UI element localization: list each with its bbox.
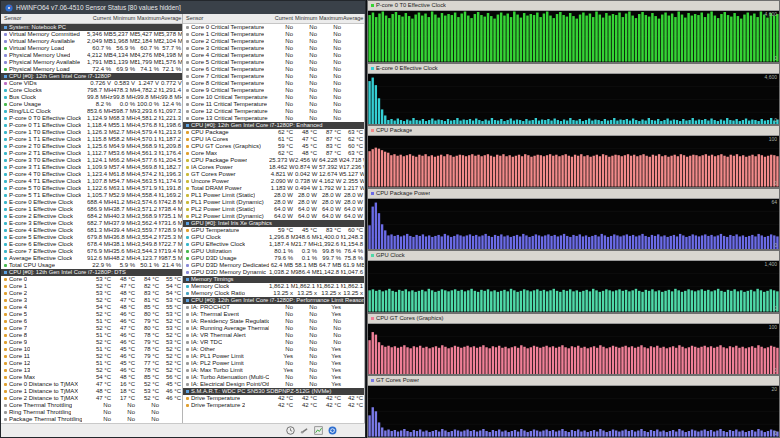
graph-titlebar[interactable]: CPU Package Power: [368, 189, 779, 199]
sensor-row[interactable]: IA: Thermal EventNoNoYes: [183, 311, 364, 318]
sensor-row[interactable]: Core 2 Distance to TjMAX47 °C17 °C52 °C4…: [1, 395, 182, 402]
sensor-row[interactable]: Core 1 Critical TemperatureNoNoNo: [183, 31, 364, 38]
column-header-maximum[interactable]: Maximum: [319, 14, 343, 23]
sensor-row[interactable]: Core 552 °C46 °C80 °C53 °C: [1, 311, 182, 318]
refresh-icon[interactable]: [328, 426, 337, 435]
sensor-row[interactable]: Core 6 Critical TemperatureNoNoNo: [183, 66, 364, 73]
sensor-row[interactable]: P-core 2 T0 Effective Clock1,125.6 MHz64…: [1, 143, 182, 150]
graph-plot[interactable]: 1000: [368, 324, 779, 375]
sensor-row[interactable]: Core Clocks798.7 MHz478.3 MHz4,782.2 MHz…: [1, 87, 182, 94]
sensor-row[interactable]: CPU GT Cores (Graphics)59 °C45 °C83 °C60…: [183, 143, 364, 150]
sensor-row[interactable]: GPU D3D Memory Dedicated62.4 MB58.1 MB64…: [183, 262, 364, 269]
sensor-row[interactable]: CPU Package62 °C48 °C87 °C63 °C: [183, 129, 364, 136]
sensor-row[interactable]: Uncore Power2.090 W0.738 W4.162 W2.355 W: [183, 178, 364, 185]
graph-titlebar[interactable]: CPU Package: [368, 126, 779, 136]
graph-titlebar[interactable]: CPU GT Cores (Graphics): [368, 314, 779, 324]
sensor-row[interactable]: Physical Memory Load72.4 %69.9 %74.1 %72…: [1, 66, 182, 73]
column-header-average[interactable]: Average: [343, 14, 365, 23]
column-header-current[interactable]: Current: [269, 14, 295, 23]
sensor-row[interactable]: Core Usage8.2 %0.0 %100.0 %12.4 %: [1, 101, 182, 108]
sensor-row[interactable]: P-core 3 T1 Effective Clock1,109.9 MHz57…: [1, 164, 182, 171]
sensor-row[interactable]: E-core 0 Effective Clock688.4 MHz41.2 MH…: [1, 199, 182, 206]
sensor-row[interactable]: Core Max54 °C48 °C85 °C56 °C: [1, 374, 182, 381]
sensor-row[interactable]: Core 9 Critical TemperatureNoNoNo: [183, 87, 364, 94]
graph-plot[interactable]: 4,6000: [368, 11, 779, 62]
sensor-row[interactable]: PL1 Power Limit (Dynamic)28.0 W28.0 W28.…: [183, 199, 364, 206]
sensor-row[interactable]: Core 053 °C48 °C84 °C55 °C: [1, 276, 182, 283]
sensor-row[interactable]: Bus Clock99.8 MHz99.8 MHz99.8 MHz99.8 MH…: [1, 94, 182, 101]
graph-titlebar[interactable]: GT Cores Power: [368, 376, 779, 386]
sensor-row[interactable]: IA: Electrical Design Point/Other (ICCma…: [183, 381, 364, 388]
sensor-row[interactable]: IA: Max Turbo LimitYesNoYes: [183, 367, 364, 374]
sensor-row[interactable]: IA: OtherNoNoYes: [183, 346, 364, 353]
sensor-row[interactable]: PL2 Power Limit (Static)64.0 W64.0 W64.0…: [183, 206, 364, 213]
sensor-row[interactable]: P-core 1 T0 Effective Clock1,126.3 MHz62…: [1, 129, 182, 136]
sensor-row[interactable]: P-core 0 T1 Effective Clock1,118.4 MHz55…: [1, 122, 182, 129]
sensor-row[interactable]: E-core 5 Effective Clock679.8 MHz36.8 MH…: [1, 234, 182, 241]
sensor-row[interactable]: Core Max62 °C48 °C87 °C63 °C: [183, 150, 364, 157]
column-header-minimum[interactable]: Minimum: [113, 14, 137, 23]
sensor-row[interactable]: Core VIDs0.726 V0.583 V1.247 V0.772 V: [1, 80, 182, 87]
column-header-row[interactable]: SensorCurrentMinimumMaximumAverage: [1, 14, 182, 24]
sensor-row[interactable]: GT Cores Power4.821 W0.042 W12.674 W5.12…: [183, 171, 364, 178]
graph-plot[interactable]: 1,4000: [368, 261, 779, 312]
sensor-row[interactable]: Core 952 °C46 °C79 °C53 °C: [1, 339, 182, 346]
column-header-current[interactable]: Current: [87, 14, 113, 23]
sensor-row[interactable]: Core 5 Critical TemperatureNoNoNo: [183, 59, 364, 66]
sensor-row[interactable]: Core 1352 °C46 °C78 °C52 °C: [1, 367, 182, 374]
sensor-row[interactable]: Core 1152 °C46 °C79 °C52 °C: [1, 353, 182, 360]
sensor-section-row[interactable]: System: Notebook PC: [1, 24, 182, 31]
sensor-row[interactable]: E-core 1 Effective Clock686.9 MHz38.7 MH…: [1, 206, 182, 213]
sensor-section-row[interactable]: CPU [#0]: 12th Gen Intel Core i7-1280P: …: [183, 297, 364, 304]
sensor-row[interactable]: IA: PL2 Power LimitNoNoYes: [183, 360, 364, 367]
sensor-row[interactable]: Total CPU Usage22.9 %5.9 %50.1 %21.4 %: [1, 262, 182, 269]
sensor-row[interactable]: Core 0 Distance to TjMAX47 °C16 °C52 °C4…: [1, 381, 182, 388]
graph-titlebar[interactable]: GPU Clock: [368, 251, 779, 261]
sensor-row[interactable]: E-core 4 Effective Clock681.3 MHz39.4 MH…: [1, 227, 182, 234]
clock-icon[interactable]: [286, 426, 295, 435]
sensor-row[interactable]: Core 752 °C47 °C80 °C53 °C: [1, 325, 182, 332]
sensor-row[interactable]: Virtual Memory Committed5,346 MB5,237 MB…: [1, 31, 182, 38]
sensor-row[interactable]: Package Thermal ThrottlingNoNoNo: [1, 416, 182, 423]
column-header-average[interactable]: Average: [161, 14, 183, 23]
sensor-row[interactable]: Virtual Memory Load60.7 %56.9 %60.7 %57.…: [1, 45, 182, 52]
sensor-row[interactable]: IA: PL1 Power LimitYesNoYes: [183, 353, 364, 360]
chart-icon[interactable]: [314, 426, 323, 435]
sensor-row[interactable]: Core 7 Critical TemperatureNoNoNo: [183, 73, 364, 80]
sensor-row[interactable]: Core 152 °C47 °C82 °C54 °C: [1, 283, 182, 290]
column-header-minimum[interactable]: Minimum: [295, 14, 319, 23]
sensor-row[interactable]: IA Cores Power18.462 W0.874 W57.392 W17.…: [183, 164, 364, 171]
graph-titlebar[interactable]: P-core 0 T0 Effective Clock: [368, 1, 779, 11]
sensor-row[interactable]: IA: VR TDCNoNoNo: [183, 339, 364, 346]
sensor-row[interactable]: Core 253 °C48 °C83 °C54 °C: [1, 290, 182, 297]
sensor-row[interactable]: GPU Clock1,296.8 MHz348.6 MHz1,400.0 MHz…: [183, 234, 364, 241]
sensor-row[interactable]: P-core 4 T1 Effective Clock1,107.8 MHz54…: [1, 178, 182, 185]
sensor-row[interactable]: PL1 Power Limit (Static)28.0 W28.0 W28.0…: [183, 192, 364, 199]
graph-plot[interactable]: 200: [368, 386, 779, 437]
sensor-section-row[interactable]: CPU [#0]: 12th Gen Intel Core i7-1280P: [1, 73, 182, 80]
sensor-row[interactable]: Physical Memory Used4,212 MB4,134 MB4,27…: [1, 52, 182, 59]
sensor-row[interactable]: P-core 5 T1 Effective Clock1,105.7 MHz52…: [1, 192, 182, 199]
sensor-row[interactable]: Memory Clock Ratio13.25 x13.25 x13.25 x1…: [183, 290, 364, 297]
sensor-row[interactable]: Ring/LLC Clock853.6 MHz598.7 MHz3,293.6 …: [1, 108, 182, 115]
sensor-row[interactable]: Virtual Memory Available2,049 MB1,968 MB…: [1, 38, 182, 45]
column-header-row[interactable]: SensorCurrentMinimumMaximumAverage: [183, 14, 364, 24]
sensor-row[interactable]: Core 454 °C48 °C85 °C55 °C: [1, 304, 182, 311]
sensor-row[interactable]: E-core 6 Effective Clock678.4 MHz38.1 MH…: [1, 241, 182, 248]
sensor-row[interactable]: E-core 3 Effective Clock682.7 MHz37.9 MH…: [1, 220, 182, 227]
window-titlebar[interactable]: HWiNFO64 v7.06-4510 Sensor Status [80 va…: [1, 1, 365, 14]
sensor-section-row[interactable]: S.M.A.R.T.: WDC PC SN530 SDBPNPZ-512G (N…: [183, 388, 364, 395]
sensor-row[interactable]: P-core 4 T0 Effective Clock1,123.4 MHz61…: [1, 171, 182, 178]
sensor-row[interactable]: Average Effective Clock912.6 MHz48.2 MHz…: [1, 255, 182, 262]
sensor-row[interactable]: GPU D3D Memory Dynamic1,038.2 MB986.4 MB…: [183, 269, 364, 276]
sensor-row[interactable]: Core 1051 °C45 °C78 °C52 °C: [1, 346, 182, 353]
column-header-sensor[interactable]: Sensor: [183, 14, 269, 23]
sensor-row[interactable]: Core 851 °C46 °C78 °C52 °C: [1, 332, 182, 339]
sensor-row[interactable]: Core 4 Critical TemperatureNoNoNo: [183, 52, 364, 59]
sensor-row[interactable]: CPU IA Cores61 °C47 °C87 °C62 °C: [183, 136, 364, 143]
sensor-row[interactable]: Physical Memory Available1,791 MB1,139 M…: [1, 59, 182, 66]
sensor-row[interactable]: IA: Turbo Attenuation (Multi-Core Turbo)…: [183, 374, 364, 381]
sensor-row[interactable]: Core 1 Distance to TjMAX48 °C18 °C53 °C4…: [1, 388, 182, 395]
graph-plot[interactable]: 640: [368, 199, 779, 250]
sensor-row[interactable]: Core 11 Critical TemperatureNoNoNo: [183, 101, 364, 108]
